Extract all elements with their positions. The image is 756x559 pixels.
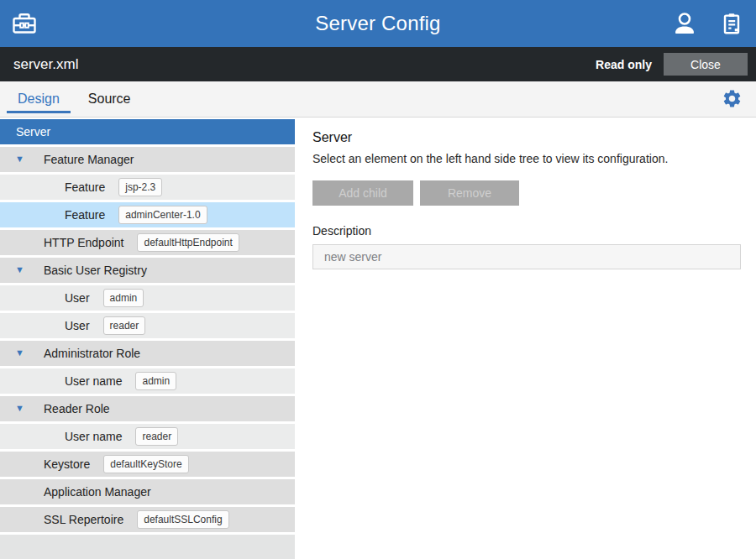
tree-row[interactable]: SSL Repertoire defaultSSLConfig [0, 507, 295, 532]
settings-gear-icon[interactable] [719, 86, 744, 111]
tree-row[interactable]: HTTP Endpoint defaultHttpEndpoint [0, 230, 295, 255]
tree-row[interactable]: Server [0, 119, 295, 144]
tree-row-label: SSL Repertoire [0, 513, 123, 526]
tab-bar: Design Source [0, 81, 756, 118]
app-header: Server Config [0, 0, 756, 47]
tree-row-label: User name [0, 430, 122, 443]
tree-row-label: HTTP Endpoint [0, 236, 123, 249]
server-config-app: Server Config server.xml Read only [0, 0, 756, 559]
tree-row-badge: adminCenter-1.0 [118, 206, 207, 224]
tree-row[interactable]: ▼ Administrator Role [0, 341, 295, 366]
tab-design[interactable]: Design [7, 81, 71, 117]
expander-icon[interactable]: ▼ [15, 348, 24, 358]
tree-row[interactable]: ▼ Feature Manager [0, 147, 295, 172]
tree-empty-area [0, 535, 295, 559]
file-bar: server.xml Read only Close [0, 47, 756, 81]
tree-row-label: User name [0, 374, 122, 388]
tree-row-label: Keystore [0, 457, 90, 471]
tree-row-label: User [0, 291, 90, 305]
tab-source[interactable]: Source [77, 81, 142, 117]
description-input[interactable]: new server [312, 244, 741, 269]
tree-row[interactable]: User admin [0, 285, 295, 311]
tree-row-label: Server [0, 125, 50, 138]
tree-row[interactable]: User name reader [0, 424, 295, 449]
clipboard-icon[interactable] [717, 9, 746, 38]
tree-row-label: Application Manager [0, 485, 151, 499]
tree-row-badge: reader [103, 316, 146, 335]
app-title: Server Config [0, 12, 756, 35]
expander-icon[interactable]: ▼ [15, 404, 24, 413]
remove-button[interactable]: Remove [420, 180, 519, 206]
expander-icon[interactable]: ▼ [15, 154, 24, 164]
tree-row-label: Feature [0, 180, 105, 194]
tree-row-label: Feature [0, 208, 105, 222]
tree-row[interactable]: ▼ Reader Role [0, 396, 295, 421]
close-button[interactable]: Close [664, 53, 748, 76]
detail-panel: Server Select an element on the left han… [295, 118, 756, 559]
tree-row-badge: admin [135, 372, 176, 390]
detail-instruction: Select an element on the left hand side … [312, 152, 741, 165]
tree-row[interactable]: Feature adminCenter-1.0 [0, 202, 295, 227]
tree-row[interactable]: User name admin [0, 368, 295, 394]
tree-row[interactable]: User reader [0, 313, 295, 338]
tree-row-badge: defaultHttpEndpoint [137, 233, 239, 252]
tree-row[interactable]: ▼ Basic User Registry [0, 258, 295, 283]
read-only-label: Read only [596, 58, 652, 71]
main-content: Server ▼ Feature Manager Feature jsp-2.3… [0, 118, 756, 559]
tree-row[interactable]: Feature jsp-2.3 [0, 175, 295, 200]
filename: server.xml [13, 56, 78, 73]
add-child-button[interactable]: Add child [312, 180, 413, 206]
user-icon[interactable] [670, 9, 699, 38]
description-label: Description [312, 224, 741, 238]
tree-row-badge: defaultSSLConfig [137, 510, 228, 529]
tree-row-badge: admin [103, 289, 144, 307]
tree-row-badge: jsp-2.3 [118, 178, 162, 196]
tree-row[interactable]: Application Manager [0, 479, 295, 504]
tree-row[interactable]: Keystore defaultKeyStore [0, 452, 295, 477]
tree-row-badge: reader [135, 427, 178, 446]
tree-row-badge: defaultKeyStore [103, 455, 188, 473]
detail-title: Server [312, 130, 741, 145]
expander-icon[interactable]: ▼ [15, 265, 24, 274]
tree-row-label: User [0, 319, 90, 332]
config-tree: Server ▼ Feature Manager Feature jsp-2.3… [0, 118, 295, 559]
